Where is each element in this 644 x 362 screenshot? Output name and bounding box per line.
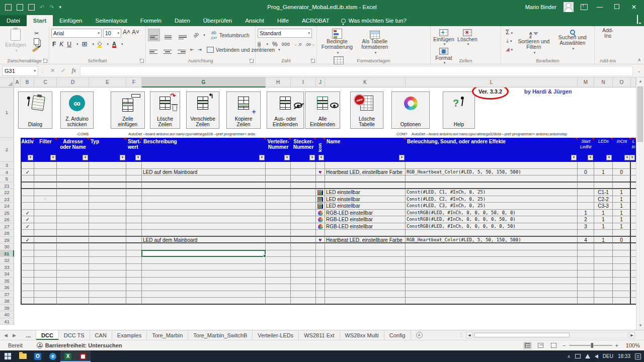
notification-center-icon[interactable] <box>635 353 641 359</box>
cell-K4[interactable]: Heartbeat LED, einstellbare Farbe <box>325 169 406 176</box>
ribbon-tab-daten[interactable]: Daten <box>168 15 197 26</box>
cell-D29[interactable] <box>57 237 89 244</box>
cell-E26[interactable] <box>89 216 126 223</box>
cell-D33[interactable] <box>57 264 89 271</box>
cell-C25[interactable] <box>34 210 57 217</box>
row-header-37[interactable]: 37 <box>0 291 14 298</box>
cell-N35[interactable] <box>594 278 613 285</box>
cell-C4[interactable] <box>34 169 57 176</box>
filter-dropdown-icon[interactable]: ▼ <box>135 155 141 160</box>
cell-I5[interactable] <box>291 175 316 183</box>
cell-I30[interactable] <box>291 243 316 250</box>
cell-E22[interactable] <box>89 189 126 196</box>
cell-K25[interactable]: RGB-LED einstellbar <box>325 210 406 217</box>
cell-I35[interactable] <box>291 278 316 285</box>
cell-K5[interactable] <box>325 175 406 183</box>
cell-O31[interactable] <box>613 250 631 257</box>
ribbon-tab-datei[interactable]: Datei <box>0 15 27 26</box>
column-header-A[interactable]: A <box>14 77 21 87</box>
cell-K31[interactable] <box>325 250 406 257</box>
cell-D37[interactable] <box>57 291 89 298</box>
cell-J28[interactable] <box>316 230 325 237</box>
horizontal-scrollbar[interactable]: ⋮ ◀ ▶ <box>459 331 635 338</box>
cell-I23[interactable] <box>291 196 316 203</box>
sheet-tab-dcc-ts[interactable]: DCC TS <box>59 330 90 340</box>
cell-I29[interactable] <box>291 237 316 244</box>
ribbon-tab-seitenlayout[interactable]: Seitenlayout <box>89 15 133 26</box>
cell-B38[interactable] <box>21 298 34 305</box>
cell-N23[interactable]: C2-2 <box>594 196 613 203</box>
cell-J4[interactable]: ♥ <box>316 169 325 176</box>
save-as-icon[interactable] <box>17 4 23 11</box>
number-dialog-launcher[interactable] <box>311 59 315 63</box>
filter-dropdown-icon[interactable]: ▼ <box>120 155 125 160</box>
zoom-slider-thumb[interactable] <box>591 343 593 348</box>
scroll-right-icon[interactable]: ▶ <box>629 332 635 338</box>
formula-input[interactable] <box>80 66 633 76</box>
cell-K30[interactable] <box>325 243 406 250</box>
cell-J35[interactable] <box>316 278 325 285</box>
cell-L25[interactable]: ConstRGB(#LED, #InCh, 0, 0, 0, 50, 0, 0) <box>406 210 578 217</box>
cell-N21[interactable] <box>594 183 613 190</box>
cell-J27[interactable] <box>316 223 325 230</box>
cell-N30[interactable] <box>594 243 613 250</box>
cell-D34[interactable] <box>57 270 89 278</box>
cell-O23[interactable]: 1 <box>613 196 631 203</box>
cell-G36[interactable] <box>142 284 266 291</box>
cell-J33[interactable] <box>316 264 325 271</box>
filter-dropdown-icon[interactable]: ▼ <box>28 155 33 160</box>
cell-G35[interactable] <box>142 278 266 285</box>
column-header-F[interactable]: F <box>126 77 142 87</box>
cell-26[interactable] <box>631 216 636 223</box>
percent-style-icon[interactable]: % <box>272 41 278 48</box>
zoom-slider[interactable] <box>569 345 612 346</box>
cell-21[interactable] <box>631 183 636 190</box>
cell-25[interactable] <box>631 210 636 217</box>
cell-E28[interactable] <box>89 230 126 237</box>
font-color-icon[interactable]: A <box>112 41 116 48</box>
cell-D23[interactable] <box>57 196 89 203</box>
column-header-M[interactable]: M <box>578 77 594 87</box>
cell-M23[interactable] <box>578 196 594 203</box>
cell-O36[interactable] <box>613 284 631 291</box>
fill-color-icon[interactable]: ◇ <box>98 40 102 48</box>
align-center-icon[interactable] <box>162 44 173 55</box>
cell-E4[interactable] <box>89 169 126 176</box>
row-header-1[interactable]: 1 <box>0 87 14 138</box>
cell-I4[interactable] <box>291 169 316 176</box>
cell-I21[interactable] <box>291 183 316 190</box>
column-header-L[interactable]: L <box>406 77 578 87</box>
cell-4[interactable] <box>631 169 636 176</box>
horizontal-scroll-thumb[interactable] <box>474 333 570 337</box>
row-header-4[interactable]: 4 <box>0 169 14 176</box>
cell-I27[interactable] <box>291 223 316 230</box>
row-header-33[interactable]: 33 <box>0 264 14 271</box>
cell-I22[interactable] <box>291 189 316 196</box>
column-header-D[interactable]: D <box>57 77 89 87</box>
sheet-tab-overflow[interactable]: ... <box>21 330 36 340</box>
tray-monitor-icon[interactable] <box>575 354 581 358</box>
ribbon-tab-einfügen[interactable]: Einfügen <box>53 15 89 26</box>
cell-C26[interactable] <box>34 216 57 223</box>
cell-B21[interactable] <box>21 183 34 190</box>
cell-M24[interactable] <box>578 203 594 210</box>
cell-O38[interactable] <box>613 298 631 305</box>
cell-F35[interactable] <box>126 278 142 285</box>
ribbon-tab-start[interactable]: Start <box>27 15 53 26</box>
cell-O27[interactable]: 1 <box>613 223 631 230</box>
collapse-ribbon-icon[interactable]: ∧ <box>637 57 641 62</box>
copy-icon[interactable] <box>34 38 39 45</box>
cell-M5[interactable] <box>578 175 594 183</box>
cell-M21[interactable] <box>578 183 594 190</box>
cell-F26[interactable] <box>126 216 142 223</box>
row-header-26[interactable]: 26 <box>0 216 14 223</box>
move-rows-button[interactable]: ↰Verschiebe Zeilen <box>186 92 219 129</box>
column-header-I[interactable]: I <box>291 77 316 87</box>
cell-E24[interactable] <box>89 203 126 210</box>
clock[interactable]: 18:33 <box>618 353 630 359</box>
cell-D38[interactable] <box>57 298 89 305</box>
cell-38[interactable] <box>631 298 636 305</box>
cell-K3[interactable] <box>325 162 406 169</box>
cell-N25[interactable]: 1 <box>594 210 613 217</box>
cell-J36[interactable] <box>316 284 325 291</box>
